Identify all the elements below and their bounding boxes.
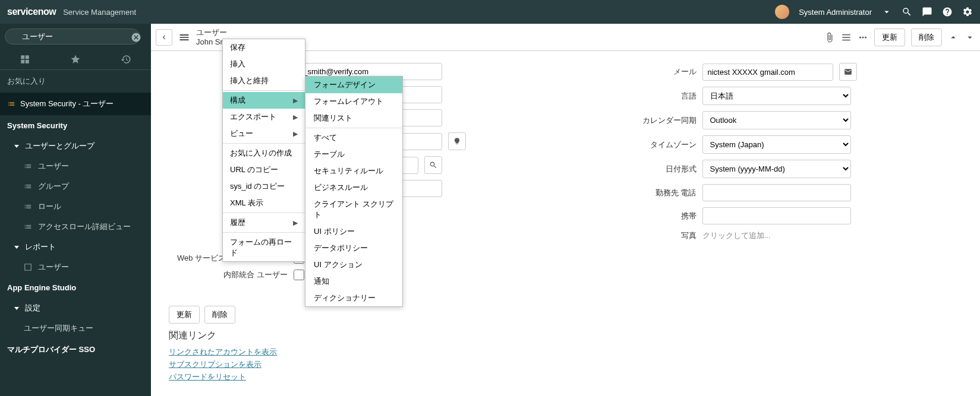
all-apps-icon[interactable] [20, 54, 30, 65]
sm-form-design[interactable]: フォームデザイン [305, 77, 402, 93]
sm-ui-policies[interactable]: UI ポリシー [305, 223, 402, 240]
date-format-select[interactable]: System (yyyy-MM-dd) [702, 160, 851, 178]
bulb-icon [453, 137, 461, 145]
info-button[interactable] [448, 132, 466, 150]
sidebar-item-report-users[interactable]: ユーザー [0, 257, 151, 277]
logo: servicenow [7, 7, 56, 17]
related-links-heading: 関連リンク [169, 330, 962, 342]
photo-placeholder[interactable]: クリックして追加... [702, 230, 771, 241]
attachment-icon[interactable] [824, 32, 835, 43]
nav-filter-input[interactable] [5, 28, 140, 45]
chevron-right-icon: ▶ [293, 113, 298, 121]
caret-down-icon[interactable] [881, 7, 892, 17]
cm-save[interactable]: 保存 [223, 39, 305, 56]
cm-configure[interactable]: 構成▶ [223, 92, 305, 109]
link-reset-password[interactable]: パスワードをリセット [169, 372, 962, 382]
cm-history[interactable]: 履歴▶ [223, 214, 305, 231]
sidebar-group-settings[interactable]: 設定 [0, 298, 151, 318]
lookup-button[interactable] [424, 156, 442, 174]
personalize-icon[interactable] [841, 32, 852, 43]
sm-client-scripts[interactable]: クライアント スクリプト [305, 196, 402, 223]
context-menu: 保存 挿入 挿入と維持 構成▶ エクスポート▶ ビュー▶ お気に入りの作成 UR… [222, 39, 305, 262]
history-icon[interactable] [121, 54, 131, 65]
cm-insert[interactable]: 挿入 [223, 56, 305, 72]
cm-copy-sysid[interactable]: sys_id のコピー [223, 178, 305, 195]
sm-security-rules[interactable]: セキュリティルール [305, 163, 402, 179]
internal-user-checkbox[interactable] [294, 270, 304, 280]
language-select[interactable]: 日本語 [702, 87, 851, 105]
top-bar: servicenow Service Management System Adm… [0, 0, 980, 24]
sm-data-policies[interactable]: データポリシー [305, 240, 402, 256]
sidebar-highlighted-item[interactable]: System Security - ユーザー [0, 93, 151, 115]
sidebar-item-access-roles[interactable]: アクセスロール詳細ビュー [0, 217, 151, 237]
internal-user-label: 内部統合 ユーザー [169, 270, 288, 280]
sidebar-section-security[interactable]: System Security [0, 115, 151, 136]
form-menu-button[interactable] [177, 30, 191, 45]
sm-all[interactable]: すべて [305, 129, 402, 146]
sm-table[interactable]: テーブル [305, 146, 402, 163]
search-icon[interactable] [902, 7, 912, 17]
sm-ui-actions[interactable]: UI アクション [305, 256, 402, 273]
gear-icon[interactable] [962, 7, 973, 17]
arrow-up-icon[interactable] [948, 32, 959, 43]
date-label: 日付形式 [578, 164, 697, 175]
sm-notifications[interactable]: 通知 [305, 273, 402, 290]
mobile-phone-input[interactable] [702, 207, 851, 224]
clear-icon[interactable] [131, 32, 141, 43]
cm-reload-form[interactable]: フォームの再ロード [223, 234, 305, 261]
sm-dictionary[interactable]: ディクショナリー [305, 290, 402, 306]
link-linked-accounts[interactable]: リンクされたアカウントを表示 [169, 347, 962, 357]
calendar-label: カレンダー同期 [578, 115, 697, 126]
sidebar-section-sso[interactable]: マルチプロバイダー SSO [0, 338, 151, 361]
chevron-left-icon [160, 33, 168, 42]
sm-business-rules[interactable]: ビジネスルール [305, 179, 402, 196]
sidebar-item-users[interactable]: ユーザー [0, 156, 151, 176]
sidebar-group-users[interactable]: ユーザーとグループ [0, 136, 151, 156]
favorites-header[interactable]: お気に入り [0, 70, 151, 93]
cm-insert-stay[interactable]: 挿入と維持 [223, 72, 305, 89]
star-icon[interactable] [70, 54, 81, 65]
more-icon[interactable] [858, 32, 868, 43]
user-name[interactable]: System Administrator [799, 8, 872, 17]
delete-button-bottom[interactable]: 削除 [204, 306, 235, 324]
sidebar-group-reports[interactable]: レポート [0, 237, 151, 257]
sidebar-section-appengine[interactable]: App Engine Studio [0, 277, 151, 298]
sidebar-item-roles[interactable]: ロール [0, 197, 151, 217]
email-input[interactable] [702, 64, 833, 81]
business-phone-input[interactable] [702, 184, 851, 201]
phone-label: 勤務先 電話 [578, 188, 697, 198]
cm-xml-view[interactable]: XML 表示 [223, 195, 305, 211]
envelope-icon [844, 68, 852, 76]
product-name: Service Management [63, 8, 136, 17]
form-title: ユーザー [196, 28, 235, 37]
sidebar-item-sync-queue[interactable]: ユーザー同期キュー [0, 318, 151, 338]
update-button-bottom[interactable]: 更新 [169, 306, 200, 324]
chevron-right-icon: ▶ [293, 219, 298, 227]
related-links: 関連リンク リンクされたアカウントを表示 サブスクリプションを表示 パスワードを… [151, 330, 980, 396]
chat-icon[interactable] [922, 7, 932, 17]
sidebar-highlighted-label: System Security - ユーザー [20, 99, 114, 109]
cm-export[interactable]: エクスポート▶ [223, 109, 305, 125]
delete-button[interactable]: 削除 [911, 28, 942, 46]
back-button[interactable] [156, 29, 172, 46]
sidebar: お気に入り System Security - ユーザー System Secu… [0, 24, 151, 396]
photo-label: 写真 [578, 230, 697, 241]
chevron-right-icon: ▶ [293, 130, 298, 138]
link-subscriptions[interactable]: サブスクリプションを表示 [169, 359, 962, 370]
cm-create-favorite[interactable]: お気に入りの作成 [223, 145, 305, 161]
cm-view[interactable]: ビュー▶ [223, 125, 305, 142]
cm-copy-url[interactable]: URL のコピー [223, 161, 305, 178]
email-button[interactable] [839, 63, 857, 81]
update-button[interactable]: 更新 [874, 28, 905, 46]
calendar-select[interactable]: Outlook [702, 111, 851, 129]
avatar[interactable] [775, 5, 789, 19]
sidebar-item-groups[interactable]: グループ [0, 176, 151, 197]
sm-form-layout[interactable]: フォームレイアウト [305, 93, 402, 110]
menu-icon [178, 31, 190, 43]
mobile-label: 携帯 [578, 211, 697, 221]
timezone-select[interactable]: System (Japan) [702, 135, 851, 154]
help-icon[interactable] [942, 7, 953, 17]
chevron-right-icon: ▶ [293, 97, 298, 104]
sm-related-lists[interactable]: 関連リスト [305, 110, 402, 126]
arrow-down-icon[interactable] [965, 32, 975, 43]
